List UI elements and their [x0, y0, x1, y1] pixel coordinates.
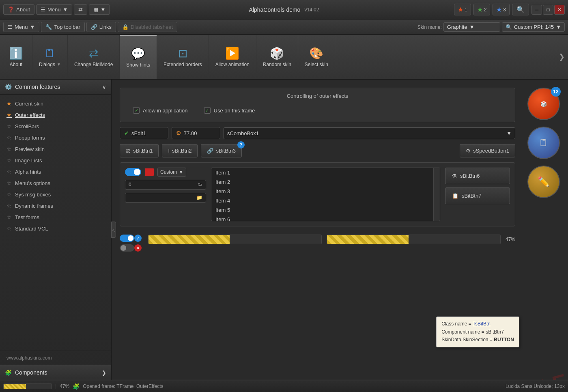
- sbitbtn2[interactable]: I sBitBtn2: [162, 144, 198, 157]
- status-divider1: |: [55, 383, 56, 389]
- folder-input[interactable]: 📁: [125, 193, 206, 202]
- search-icon: 🔍: [516, 6, 525, 13]
- sidebar-item-popupforms[interactable]: ☆ Popup forms: [0, 132, 111, 143]
- scombobox1[interactable]: sComboBox1 ▼: [224, 127, 515, 139]
- menu-label: Menu: [47, 6, 61, 13]
- menu-button[interactable]: ☰ Menu ▼: [36, 4, 72, 15]
- ribbon-dialogs[interactable]: 🗒 Dialogs ▼: [32, 35, 68, 79]
- star2-button[interactable]: ★ 2: [473, 4, 491, 15]
- sidebar-item-standardvcl[interactable]: ☆ Standard VCL: [0, 223, 111, 234]
- minimize-button[interactable]: ─: [531, 5, 542, 15]
- sidebar-header[interactable]: ⚙️ Common features ∨: [0, 80, 111, 95]
- sidebar-footer[interactable]: 🧩 Components ❯: [0, 365, 111, 380]
- list-scrollbar[interactable]: [433, 168, 440, 221]
- sidebar-item-scrollbars[interactable]: ☆ ScrollBars: [0, 121, 111, 132]
- close-button[interactable]: ✕: [554, 5, 565, 15]
- list-item[interactable]: Item 6: [211, 215, 433, 221]
- tooltip-class-value: TsBitBtn: [473, 321, 491, 327]
- ribbon-nav-right[interactable]: ❯: [555, 35, 568, 79]
- num-input[interactable]: 0 🗂: [125, 180, 206, 190]
- sbitbtn6[interactable]: ⚗ sBitBtn6: [445, 168, 510, 184]
- links-button[interactable]: 🔗 Links: [86, 22, 116, 32]
- sidebar-item-currentskin[interactable]: ★ Current skin: [0, 98, 111, 109]
- sidebar-item-scrollbars-label: ScrollBars: [15, 123, 39, 129]
- sidebar-footer-label: Components: [15, 369, 47, 376]
- star3-button[interactable]: ★ 3: [493, 4, 510, 15]
- link-icon: 🔗: [91, 24, 97, 30]
- about-button[interactable]: ❓ About: [3, 4, 34, 15]
- list-item[interactable]: Item 2: [211, 177, 433, 187]
- sidebar-item-dynamicframes[interactable]: ☆ Dynamic frames: [0, 200, 111, 211]
- dice-circle-icon[interactable]: 12 🎲: [527, 88, 560, 120]
- star-empty-icon: ☆: [6, 168, 12, 175]
- list-item[interactable]: Item 5: [211, 205, 433, 215]
- sidebar-item-imagelists[interactable]: ☆ Image Lists: [0, 155, 111, 166]
- sspeedbutton1[interactable]: ⚙ sSpeedButton1: [460, 144, 515, 157]
- tooltip-skindata-value: BUTTON: [494, 337, 514, 342]
- tooltip-skindata-label: SkinData.SkinSection =: [441, 337, 494, 342]
- ribbon-bidimode[interactable]: ⇄ Change BidiMode: [68, 35, 120, 79]
- tooltip-class-line: Class name = TsBitBtn: [441, 320, 514, 328]
- star1-button[interactable]: ★ 1: [454, 4, 471, 15]
- top-toolbar-button[interactable]: 🔧 Top toolbar: [41, 22, 84, 32]
- ribbon-dialogs-label: Dialogs: [39, 62, 55, 67]
- menu-main-button[interactable]: ☰ Menu ▼: [3, 22, 39, 32]
- sidebar-item-previewskin[interactable]: ☆ Preview skin: [0, 143, 111, 155]
- badge-12: 12: [551, 87, 561, 97]
- allow-in-application-checkbox[interactable]: ✓ Allow in application: [133, 107, 188, 114]
- sbitbtn7[interactable]: 📋 sBitBtn7: [445, 187, 510, 204]
- ribbon-randomskin[interactable]: 🎲 Random skin: [256, 35, 298, 79]
- list-item[interactable]: Item 1: [211, 168, 433, 177]
- item6-label: Item 6: [215, 216, 230, 221]
- star-empty-icon: ☆: [6, 180, 12, 186]
- ribbon-animation[interactable]: ▶️ Allow animation: [209, 35, 256, 79]
- dialogs-circle-icon[interactable]: 🗒: [527, 127, 560, 159]
- swap-button[interactable]: ⇄: [74, 4, 87, 15]
- use-on-frame-checkbox[interactable]: ✓ Use on this frame: [204, 107, 255, 114]
- ppi-select[interactable]: 🔍 Custom PPI: 145 ▼: [502, 22, 565, 32]
- sedit2[interactable]: ⚙ 77.00: [172, 127, 220, 139]
- maximize-button[interactable]: □: [543, 5, 553, 15]
- color-picker-button[interactable]: [144, 168, 154, 176]
- list-item[interactable]: Item 4: [211, 196, 433, 205]
- sidebar-item-sysmsgboxes[interactable]: ☆ Sys msg boxes: [0, 189, 111, 200]
- outer-effects-row: ✓ Allow in application ✓ Use on this fra…: [127, 104, 508, 117]
- skin-name-label: Skin name:: [417, 24, 442, 30]
- ribbon-bidimode-label: Change BidiMode: [74, 62, 113, 67]
- star-red-icon: ★: [458, 6, 463, 13]
- sidebar-item-outereffects[interactable]: ★ Outer effects: [0, 109, 111, 121]
- dialogs-arrow-icon: ▼: [57, 62, 61, 67]
- list-item[interactable]: Item 3: [211, 187, 433, 196]
- ribbon-showhints[interactable]: 💬 Show hints: [120, 35, 157, 79]
- tooltip-component-line: Component name = sBitBtn7: [441, 328, 514, 336]
- toggle-switch[interactable]: [125, 168, 141, 176]
- ribbon-about[interactable]: ℹ️ About: [0, 35, 32, 79]
- sbitbtn1[interactable]: ⚖ sBitBtn1: [120, 144, 159, 157]
- sidebar-handle[interactable]: ◁: [111, 222, 116, 238]
- search-button[interactable]: 🔍: [512, 4, 529, 15]
- controls-row: ✔ sEdit1 ⚙ 77.00 sComboBox1 ▼: [120, 127, 515, 139]
- sbitbtn6-label: sBitBtn6: [460, 173, 480, 179]
- ribbon-selectskin[interactable]: 🎨 Select skin: [298, 35, 335, 79]
- sbitbtn3[interactable]: 🔗 sBitBtn3 ?: [201, 144, 241, 157]
- progress-bar-2: [327, 235, 500, 244]
- color-list-panel: Custom ▼ 0 🗂 📁: [120, 162, 515, 226]
- sedit1[interactable]: ✔ sEdit1: [120, 127, 168, 139]
- app-version: v14.02: [304, 7, 319, 13]
- progress-fill-1: [148, 235, 230, 244]
- skin-select[interactable]: Graphite ▼: [443, 22, 500, 32]
- sidebar-item-testforms[interactable]: ☆ Test forms: [0, 211, 111, 223]
- ribbon-borders[interactable]: ⊡ Extended borders: [157, 35, 209, 79]
- sidebar-footer-left: 🧩 Components: [5, 369, 47, 376]
- sidebar-item-menusoptions[interactable]: ☆ Menu's options: [0, 177, 111, 189]
- toggle3[interactable]: [120, 244, 134, 252]
- custom-dropdown[interactable]: Custom ▼: [157, 168, 186, 177]
- disabled-label: Disabled tabsheet: [131, 24, 173, 30]
- toggle2[interactable]: [120, 235, 134, 242]
- layout-button[interactable]: ▦ ▼: [89, 4, 110, 15]
- edit-circle-icon[interactable]: ✏️: [527, 166, 560, 198]
- puzzle-icon: 🧩: [5, 369, 12, 376]
- sidebar-item-alphahints[interactable]: ☆ Alpha hints: [0, 166, 111, 177]
- layout-arrow: ▼: [100, 6, 105, 13]
- list-scroll-area[interactable]: Item 1 Item 2 Item 3 Item 4: [211, 168, 433, 221]
